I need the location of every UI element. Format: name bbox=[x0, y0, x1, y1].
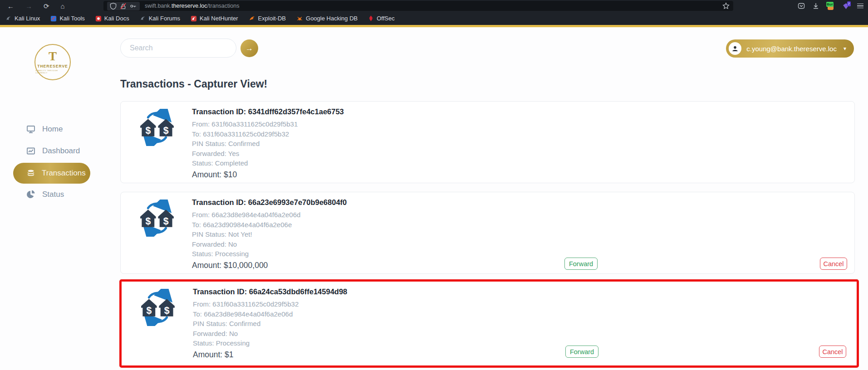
svg-text:$: $ bbox=[163, 125, 169, 136]
kali-nethunter-icon bbox=[191, 15, 197, 22]
key-icon[interactable] bbox=[130, 3, 137, 10]
bookmark-exploit-db[interactable]: Exploit-DB bbox=[249, 15, 286, 22]
page-content: T THERESERVE STABILITY THROUGH CURRENCY … bbox=[0, 27, 868, 370]
sidebar-item-home[interactable]: Home bbox=[0, 120, 120, 138]
search-button[interactable]: → bbox=[240, 39, 258, 57]
bookmark-kali-nethunter[interactable]: Kali NetHunter bbox=[191, 15, 238, 22]
transaction-id: Transaction ID: 66a24ca53dbd6ffe14594d98 bbox=[193, 287, 347, 296]
pie-chart-icon bbox=[26, 190, 36, 200]
bookmark-kali-docs[interactable]: Kali Docs bbox=[95, 15, 129, 22]
transaction-card: $ $ Transaction ID: 66a23e6993e7e70b9e68… bbox=[120, 192, 855, 274]
transaction-amount: Amount: $10,000,000 bbox=[192, 261, 347, 270]
page-title: Transactions - Capturer View! bbox=[120, 78, 267, 90]
transaction-pin-status: PIN Status: Confirmed bbox=[193, 319, 347, 329]
transaction-amount: Amount: $1 bbox=[193, 350, 347, 360]
sidebar-item-status[interactable]: Status bbox=[0, 185, 120, 204]
burp-badge: Bur bbox=[826, 2, 834, 7]
home-icon[interactable]: ⌂ bbox=[61, 3, 65, 10]
coins-icon bbox=[26, 168, 36, 178]
user-menu[interactable]: c.young@bank.thereserve.loc ▾ bbox=[726, 39, 854, 58]
transaction-to: To: 631f60a3311625c0d29f5b32 bbox=[192, 129, 344, 139]
transaction-pin-status: PIN Status: Confirmed bbox=[192, 139, 344, 149]
permissions-chiclet[interactable] bbox=[107, 2, 140, 10]
url-text: swift.bank.thereserve.loc/transactions bbox=[145, 3, 239, 9]
transaction-status: Status: Processing bbox=[192, 249, 347, 259]
person-icon bbox=[731, 45, 739, 52]
transaction-forwarded: Forwarded: No bbox=[192, 239, 347, 249]
browser-toolbar: ← → ⟳ ⌂ swift.bank.thereserve.loc/transa… bbox=[0, 0, 868, 12]
transaction-forwarded: Forwarded: No bbox=[193, 329, 347, 339]
logo-tagline: STABILITY THROUGH CURRENCY bbox=[35, 69, 70, 74]
transaction-pin-status: PIN Status: Not Yet! bbox=[192, 229, 347, 239]
avatar bbox=[729, 42, 741, 55]
transaction-card: $ $ Transaction ID: 6341dff62d357fe4c1ae… bbox=[120, 101, 855, 183]
forward-button[interactable]: Forward bbox=[565, 346, 598, 358]
foxyproxy-badge: 7 bbox=[847, 1, 851, 6]
chart-line-icon bbox=[26, 146, 36, 156]
exploit-db-icon bbox=[249, 15, 255, 22]
back-icon[interactable]: ← bbox=[7, 3, 14, 10]
svg-text:$: $ bbox=[146, 305, 152, 316]
google-hacking-db-icon bbox=[296, 15, 303, 22]
transaction-from: From: 631f60a3311625c0d29f5b31 bbox=[192, 119, 344, 129]
download-icon[interactable] bbox=[812, 2, 819, 10]
logo-name: THERESERVE bbox=[37, 64, 68, 68]
bookmark-offsec[interactable]: OffSec bbox=[368, 15, 395, 22]
search-input[interactable] bbox=[120, 39, 236, 58]
kali-docs-icon bbox=[95, 15, 102, 22]
transaction-status: Status: Completed bbox=[192, 158, 344, 168]
money-transfer-icon: $ $ bbox=[138, 109, 176, 146]
bookmark-star-icon[interactable] bbox=[722, 2, 730, 10]
sidebar-item-dashboard[interactable]: Dashboard bbox=[0, 142, 120, 160]
kali-dragon-icon bbox=[140, 15, 146, 22]
svg-text:$: $ bbox=[164, 305, 170, 316]
transaction-id: Transaction ID: 66a23e6993e7e70b9e6804f0 bbox=[192, 198, 347, 207]
url-bar[interactable]: swift.bank.thereserve.loc/transactions bbox=[103, 1, 733, 11]
transaction-amount: Amount: $10 bbox=[192, 170, 344, 180]
offsec-icon bbox=[368, 15, 374, 22]
kali-tools-icon bbox=[50, 15, 57, 22]
pocket-icon[interactable] bbox=[798, 2, 805, 10]
bookmark-google-hacking-db[interactable]: Google Hacking DB bbox=[296, 15, 358, 22]
kali-dragon-icon bbox=[5, 15, 12, 22]
reload-icon[interactable]: ⟳ bbox=[44, 3, 49, 10]
transaction-card-highlighted: $ $ Transaction ID: 66a24ca53dbd6ffe1459… bbox=[119, 279, 859, 368]
burp-extension-icon[interactable]: Bur bbox=[827, 2, 835, 10]
svg-text:$: $ bbox=[145, 216, 151, 227]
arrow-right-icon: → bbox=[245, 44, 253, 53]
forward-icon[interactable]: → bbox=[25, 3, 32, 10]
transaction-id: Transaction ID: 6341dff62d357fe4c1ae6753 bbox=[192, 107, 344, 116]
svg-text:$: $ bbox=[145, 125, 151, 136]
shield-icon[interactable] bbox=[110, 3, 117, 10]
cancel-button[interactable]: Cancel bbox=[819, 346, 846, 358]
transaction-to: To: 66a23d8e984e4a04f6a2e06d bbox=[193, 309, 347, 319]
sidebar-item-label: Status bbox=[42, 190, 64, 199]
sidebar-item-label: Transactions bbox=[42, 169, 86, 178]
sidebar-item-label: Home bbox=[42, 125, 63, 134]
thereserve-logo: T THERESERVE STABILITY THROUGH CURRENCY bbox=[34, 44, 71, 80]
transaction-status: Status: Processing bbox=[193, 338, 347, 348]
chevron-down-icon: ▾ bbox=[843, 45, 846, 52]
menu-icon[interactable] bbox=[857, 4, 863, 9]
foxyproxy-extension-icon[interactable]: 7 bbox=[842, 2, 850, 10]
user-email: c.young@bank.thereserve.loc bbox=[746, 45, 837, 53]
forward-button[interactable]: Forward bbox=[564, 258, 598, 270]
insecure-lock-icon[interactable] bbox=[120, 3, 127, 10]
bookmarks-bar: Kali Linux Kali Tools Kali Docs Kali For… bbox=[0, 12, 868, 25]
logo-letter: T bbox=[49, 50, 57, 63]
transaction-from: From: 66a23d8e984e4a04f6a2e06d bbox=[192, 210, 347, 220]
sidebar-item-transactions[interactable]: Transactions bbox=[13, 163, 90, 184]
cancel-button[interactable]: Cancel bbox=[820, 258, 847, 270]
money-transfer-icon: $ $ bbox=[139, 289, 177, 326]
transaction-forwarded: Forwarded: Yes bbox=[192, 149, 344, 159]
bookmark-kali-tools[interactable]: Kali Tools bbox=[50, 15, 84, 22]
transaction-to: To: 66a23d90984e4a04f6a2e06e bbox=[192, 220, 347, 230]
transaction-from: From: 631f60a3311625c0d29f5b32 bbox=[193, 299, 347, 309]
monitor-icon bbox=[26, 124, 36, 134]
money-transfer-icon: $ $ bbox=[138, 200, 176, 237]
sidebar-item-label: Dashboard bbox=[42, 146, 80, 156]
bookmark-kali-linux[interactable]: Kali Linux bbox=[5, 15, 40, 22]
svg-text:$: $ bbox=[163, 216, 169, 227]
bookmark-kali-forums[interactable]: Kali Forums bbox=[140, 15, 180, 22]
